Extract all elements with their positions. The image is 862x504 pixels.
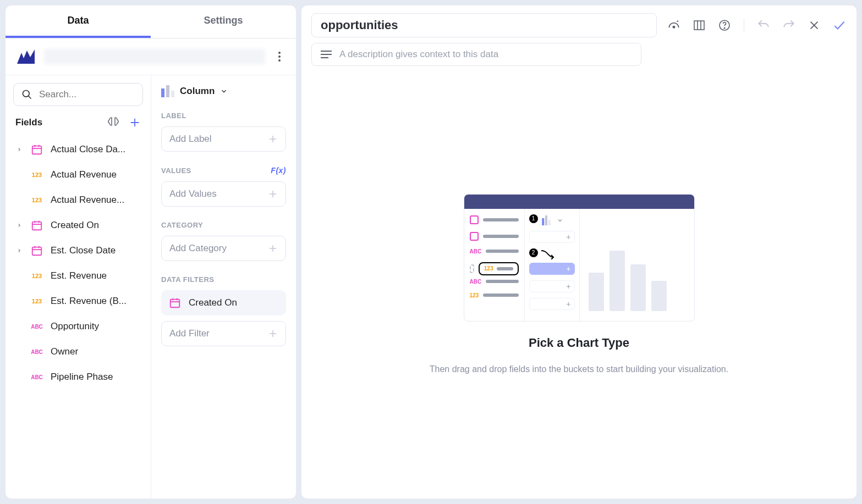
field-label: Actual Revenue xyxy=(51,169,141,180)
field-row[interactable]: Created On xyxy=(13,213,143,238)
illus-abc-label: ABC xyxy=(470,248,482,254)
svg-point-34 xyxy=(673,26,674,28)
chart-type-label: Column xyxy=(180,86,215,97)
empty-state-title: Pick a Chart Type xyxy=(529,336,629,350)
field-row[interactable]: 123Est. Revenue xyxy=(13,263,143,289)
svg-point-1 xyxy=(278,56,281,58)
field-row[interactable]: ABCPipeline Phase xyxy=(13,364,143,390)
close-button[interactable] xyxy=(807,18,821,32)
fx-button[interactable]: F(x) xyxy=(271,166,286,175)
illus-num-label: 123 xyxy=(484,265,493,272)
field-row[interactable]: 123Actual Revenue... xyxy=(13,187,143,213)
brain-icon[interactable] xyxy=(107,116,120,129)
datasource-more-button[interactable] xyxy=(273,50,286,63)
description-input[interactable]: A description gives context to this data xyxy=(311,43,641,66)
svg-rect-35 xyxy=(694,21,704,30)
svg-rect-28 xyxy=(171,300,180,308)
fields-header: Fields xyxy=(13,116,143,129)
left-panel: Data Settings Fields xyxy=(6,5,296,499)
svg-rect-11 xyxy=(32,222,42,230)
toolbar xyxy=(667,18,847,32)
buckets-column: Column LABEL Add Label VALUES F(x) Add V… xyxy=(151,75,296,499)
tab-settings[interactable]: Settings xyxy=(151,5,296,38)
fields-header-label: Fields xyxy=(15,117,42,128)
tab-data[interactable]: Data xyxy=(6,5,151,38)
number-type-icon: 123 xyxy=(29,270,45,282)
plus-icon xyxy=(268,134,278,144)
empty-state-illustration: ABC 123 ABC 123 1 + xyxy=(464,194,695,322)
undo-button[interactable] xyxy=(756,18,771,32)
add-field-button[interactable] xyxy=(129,117,141,129)
toolbar-divider xyxy=(744,19,744,32)
label-bucket[interactable]: Add Label xyxy=(161,126,286,152)
table-icon[interactable] xyxy=(692,18,706,32)
add-filter-bucket[interactable]: Add Filter xyxy=(161,321,286,346)
search-box[interactable] xyxy=(13,83,143,106)
empty-state-subtitle: Then drag and drop fields into the bucke… xyxy=(430,364,728,374)
field-label: Est. Revenue (B... xyxy=(51,296,141,307)
svg-rect-19 xyxy=(161,88,164,97)
field-label: Est. Revenue xyxy=(51,270,141,281)
right-panel: opportunities xyxy=(301,5,856,499)
search-icon xyxy=(21,89,32,100)
chevron-down-icon xyxy=(220,87,228,95)
field-row[interactable]: Actual Close Da... xyxy=(13,137,143,162)
confirm-button[interactable] xyxy=(832,18,847,32)
fields-column: Fields Actual Close Da...123Actual Reven… xyxy=(6,75,151,499)
datasource-logo-icon xyxy=(15,46,36,67)
text-type-icon: ABC xyxy=(29,371,45,383)
svg-rect-15 xyxy=(32,247,42,256)
svg-point-3 xyxy=(23,91,30,97)
chevron-right-icon xyxy=(15,223,23,228)
left-tabs: Data Settings xyxy=(6,5,296,38)
field-row[interactable]: ABCOwner xyxy=(13,339,143,364)
help-icon[interactable] xyxy=(717,18,732,32)
field-row[interactable]: ABCOpportunity xyxy=(13,314,143,339)
filter-chip-created-on[interactable]: Created On xyxy=(161,290,286,315)
field-label: Opportunity xyxy=(51,321,141,332)
speedometer-icon[interactable] xyxy=(667,18,681,32)
search-input[interactable] xyxy=(39,89,151,100)
column-chart-icon xyxy=(161,85,174,97)
svg-rect-47 xyxy=(548,220,550,225)
svg-rect-21 xyxy=(171,91,174,97)
plus-icon xyxy=(268,243,278,253)
title-text: opportunities xyxy=(321,18,647,32)
number-type-icon: 123 xyxy=(29,295,45,307)
category-bucket-placeholder: Add Category xyxy=(169,243,227,254)
category-bucket[interactable]: Add Category xyxy=(161,236,286,261)
field-label: Owner xyxy=(51,346,141,357)
plus-icon xyxy=(268,189,278,199)
category-section-title: CATEGORY xyxy=(161,221,286,229)
illus-num-label-2: 123 xyxy=(470,292,479,298)
text-type-icon: ABC xyxy=(29,346,45,358)
redo-button[interactable] xyxy=(782,18,796,32)
number-type-icon: 123 xyxy=(29,169,45,181)
field-label: Est. Close Date xyxy=(51,245,141,256)
svg-rect-46 xyxy=(545,215,547,225)
calendar-icon xyxy=(29,143,45,156)
chart-type-selector[interactable]: Column xyxy=(161,85,286,97)
values-bucket[interactable]: Add Values xyxy=(161,181,286,207)
description-icon xyxy=(321,50,332,59)
svg-rect-45 xyxy=(542,218,544,225)
field-row[interactable]: 123Actual Revenue xyxy=(13,162,143,187)
field-row[interactable]: 123Est. Revenue (B... xyxy=(13,289,143,314)
number-type-icon: 123 xyxy=(29,194,45,206)
calendar-icon xyxy=(169,297,181,309)
title-input[interactable]: opportunities xyxy=(311,13,657,37)
svg-point-0 xyxy=(278,52,281,54)
chevron-right-icon xyxy=(15,248,23,253)
svg-point-39 xyxy=(724,27,725,29)
canvas: ABC 123 ABC 123 1 + xyxy=(311,77,847,491)
illus-abc-label-2: ABC xyxy=(470,279,482,285)
field-label: Actual Revenue... xyxy=(51,195,141,206)
svg-rect-7 xyxy=(32,146,42,154)
field-label: Created On xyxy=(51,220,141,231)
text-type-icon: ABC xyxy=(29,320,45,333)
values-section-title: VALUES F(x) xyxy=(161,166,286,175)
field-row[interactable]: Est. Close Date xyxy=(13,238,143,263)
datasource-name xyxy=(44,49,265,64)
svg-line-4 xyxy=(29,96,31,99)
label-section-title: LABEL xyxy=(161,112,286,120)
